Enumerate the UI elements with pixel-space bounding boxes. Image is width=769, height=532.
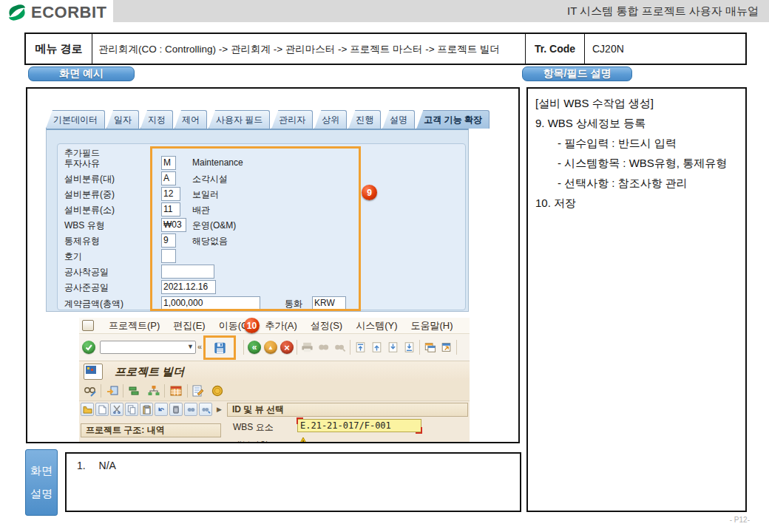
- desc-line: - 시스템항목 : WBS유형, 통제유형: [535, 153, 738, 173]
- menu-edit[interactable]: 편집(E): [173, 319, 205, 332]
- exit-icon[interactable]: ▲: [264, 341, 277, 354]
- tab-admin[interactable]: 관리자: [271, 110, 313, 129]
- edit-document-icon[interactable]: [192, 384, 205, 398]
- collapse-icon[interactable]: «: [197, 342, 202, 351]
- undo-icon[interactable]: [155, 403, 168, 416]
- tree-item-row[interactable]: ▼ 소각4호기 수선공사: [84, 440, 184, 443]
- page-number: - P12-: [730, 516, 750, 524]
- wbs-element-input[interactable]: E.21-21-017/F-001: [297, 419, 421, 432]
- field-label: 투자사유: [64, 157, 100, 170]
- menu-system[interactable]: 시스템(Y): [356, 319, 397, 332]
- tr-code-value: CJ20N: [584, 34, 745, 64]
- tab-customer-enhancement[interactable]: 고객 기능 확장: [416, 110, 489, 129]
- back-icon[interactable]: «: [248, 341, 261, 354]
- sap-panels: ▶ 프로젝트 구조: 내역 ▼ 소각4호기 수선공사 ID 및 뷰 선택 WBS…: [79, 400, 470, 443]
- manual-page: ECORBIT IT 시스템 통합 프로젝트 사용자 매뉴얼 메뉴 경로 관리회…: [0, 0, 769, 532]
- sap-tabstrip: 기본데이터 일자 지정 제어 사용자 필드 관리자 상위 진행 설명 고객 기능…: [46, 112, 469, 129]
- cut-icon[interactable]: [110, 403, 123, 416]
- tree-item-label[interactable]: 소각4호기 수선공사: [106, 440, 184, 443]
- tab-description[interactable]: 설명: [382, 110, 415, 129]
- currency-icon[interactable]: [211, 384, 224, 398]
- print-icon[interactable]: [301, 341, 314, 353]
- field-label: 설비분류(대): [64, 173, 115, 185]
- sap-standard-toolbar: ▼ « « ▲ ×: [79, 334, 470, 361]
- desc-line: 9. WBS 상세정보 등록: [535, 113, 738, 133]
- search-icon[interactable]: [184, 403, 197, 416]
- field-label: 통제유형: [64, 235, 100, 248]
- copy-icon[interactable]: [125, 403, 138, 416]
- field-description-panel: [설비 WBS 수작업 생성] 9. WBS 상세정보 등록 - 필수입력 : …: [526, 87, 747, 512]
- document-title: IT 시스템 통합 프로젝트 사용자 매뉴얼: [567, 4, 759, 18]
- paste-icon[interactable]: [140, 403, 153, 416]
- tab-dates[interactable]: 일자: [106, 110, 139, 129]
- screen-desc-box: 1. N/A: [65, 452, 521, 512]
- sap-application-toolbar: [79, 381, 470, 400]
- highlight-rectangle: [150, 146, 361, 311]
- delete-icon[interactable]: [169, 403, 183, 416]
- enter-check-icon[interactable]: [82, 341, 95, 354]
- glasses-pencil-icon[interactable]: [84, 384, 97, 398]
- first-page-icon[interactable]: [354, 341, 367, 353]
- screen-example-box: 기본데이터 일자 지정 제어 사용자 필드 관리자 상위 진행 설명 고객 기능…: [26, 87, 520, 443]
- new-item-icon[interactable]: [95, 403, 109, 416]
- save-highlight-rectangle: [203, 335, 236, 360]
- screen-desc-line2: 설명: [30, 487, 52, 501]
- menu-path-value: 관리회계(CO : Controlling) -> 관리회계 -> 관리마스터 …: [92, 34, 525, 64]
- step-badge-10: 10: [244, 318, 260, 333]
- detail-label: 세부사항:: [233, 439, 271, 443]
- screen-desc-label: 화면 설명: [25, 449, 58, 516]
- next-page-icon[interactable]: [387, 341, 399, 353]
- menu-path-label: 메뉴 경로: [26, 34, 92, 64]
- tr-code-label: Tr. Code: [525, 34, 584, 64]
- desc-line: - 필수입력 : 반드시 입력: [535, 133, 738, 153]
- search-next-icon[interactable]: [199, 403, 212, 416]
- project-builder-icon: [84, 364, 103, 380]
- menu-help[interactable]: 도움말(H): [411, 319, 453, 332]
- tab-control[interactable]: 제어: [175, 110, 207, 129]
- step-badge-9: 9: [362, 185, 377, 200]
- find-icon[interactable]: [317, 341, 330, 353]
- menu-settings[interactable]: 설정(S): [311, 319, 342, 332]
- shortcut-icon[interactable]: [440, 341, 453, 353]
- screen-desc-line1: 화면: [30, 464, 52, 478]
- cancel-icon[interactable]: ×: [280, 341, 294, 354]
- last-page-icon[interactable]: [403, 341, 416, 353]
- more-tools-icon[interactable]: ▶: [217, 406, 222, 413]
- tab-assignment[interactable]: 지정: [140, 110, 173, 129]
- field-label: 공사착공일: [64, 266, 109, 279]
- desc-line: [설비 WBS 수작업 생성]: [535, 93, 738, 113]
- desc-item-text: N/A: [99, 460, 116, 471]
- menu-extras[interactable]: 추가(A): [265, 319, 297, 332]
- field-label: 공사준공일: [64, 282, 109, 294]
- warning-triangle-icon: [297, 437, 309, 443]
- new-session-icon[interactable]: [424, 341, 436, 353]
- dropdown-icon[interactable]: ▼: [187, 343, 194, 350]
- sap-titlebar: 프로젝트 빌더: [79, 361, 470, 382]
- desc-item-number: 1.: [77, 460, 86, 471]
- field-label: 계약금액(총액): [64, 298, 123, 310]
- screen-example-header: 화면 예시: [28, 66, 135, 81]
- menu-path-table: 메뉴 경로 관리회계(CO : Controlling) -> 관리회계 -> …: [24, 33, 747, 65]
- tab-superior[interactable]: 상위: [314, 110, 347, 129]
- logo-text: ECORBIT: [31, 3, 107, 22]
- prev-page-icon[interactable]: [370, 341, 383, 353]
- field-label: WBS 유형: [64, 219, 105, 232]
- id-view-header: ID 및 뷰 선택: [227, 403, 468, 417]
- save-icon[interactable]: [213, 341, 227, 355]
- wbs-overview-icon[interactable]: [128, 384, 141, 398]
- command-field[interactable]: ▼: [100, 341, 196, 354]
- open-project-icon[interactable]: [106, 384, 119, 398]
- tab-user-fields[interactable]: 사용자 필드: [209, 110, 270, 129]
- find-next-icon[interactable]: [333, 341, 346, 353]
- field-desc-header: 항목/필드 설명: [522, 66, 632, 81]
- table-view-icon[interactable]: [169, 384, 183, 398]
- tab-progress[interactable]: 진행: [348, 110, 381, 129]
- tab-basic-data[interactable]: 기본데이터: [46, 110, 105, 129]
- menu-project[interactable]: 프로젝트(P): [109, 319, 160, 332]
- sap-window-title: 프로젝트 빌더: [115, 365, 184, 379]
- hierarchy-icon[interactable]: [147, 384, 160, 398]
- ecorbit-logo: ECORBIT: [0, 0, 113, 25]
- open-folder-icon[interactable]: [81, 403, 94, 416]
- ecorbit-leaf-icon: [6, 3, 28, 22]
- sap-menubar: 프로젝트(P) 편집(E) 이동(G) 추가(A) 설정(S) 시스템(Y) 도…: [79, 318, 470, 334]
